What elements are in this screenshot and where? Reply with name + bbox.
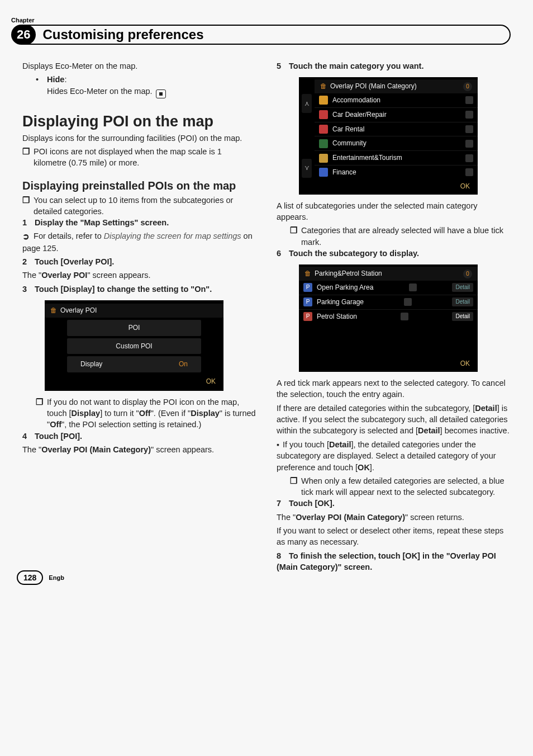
hide-desc: Hides Eco-Meter on the map. [47,87,153,96]
checkbox-icon[interactable] [409,284,417,291]
subcategory-label: Parking Garage [317,297,364,307]
note-icon: ❐ [290,225,301,248]
shot2-category-row[interactable]: Finance [315,166,478,179]
shot3-subcategory-row[interactable]: PParking GarageDetail [299,295,478,310]
shot2-count: 0 [463,82,472,91]
hide-bullet: • Hide: Hides Eco-Meter on the map. [36,74,256,98]
note-icon: ❐ [22,146,34,169]
category-icon [319,125,328,134]
shot3-ok-button[interactable]: OK [299,357,478,370]
detail-button[interactable]: Detail [452,312,473,321]
note-10-items: ❐ You can select up to 10 items from the… [22,195,256,218]
note-icon: ❐ [22,195,34,218]
category-label: Entertainment&Tourism [332,153,402,163]
section-preinstalled-poi: Displaying preinstalled POIs on the map [22,179,256,192]
hide-label: Hide [47,75,64,84]
shot1-title-bar: 🗑Overlay POI [45,304,223,318]
checkbox-icon[interactable] [465,96,473,104]
after-step5-text: A list of subcategories under the select… [277,200,511,223]
screenshot-overlay-poi: 🗑Overlay POI POI Custom POI Display On O… [45,300,223,391]
eco-meter-show-desc: Displays Eco-Meter on the map. [22,60,256,72]
category-icon [319,154,328,163]
step-4-body: The "Overlay POI (Main Category)" screen… [22,444,256,455]
step-7-body: The "Overlay POI (Main Category)" screen… [277,512,511,523]
shot3-subcategory-row[interactable]: PPetrol StationDetail [299,310,478,324]
step-5: 5Touch the main category you want. [277,60,511,72]
shot3-title-bar: 🗑Parking&Petrol Station 0 [299,267,478,281]
note-blue-tick-text: Categories that are already selected wil… [301,225,511,248]
shot1-ok-button[interactable]: OK [45,375,223,388]
shot1-display-value: On [179,360,188,369]
shot2-category-row[interactable]: Car Rental [315,122,478,137]
shot1-poi-button[interactable]: POI [67,320,201,336]
scroll-up-icon[interactable]: ⋏ [302,94,312,113]
category-label: Finance [332,168,356,177]
section-displaying-poi: Displaying POI on the map [22,113,256,130]
step-6: 6Touch the subcategory to display. [277,248,511,259]
shot2-category-row[interactable]: Accommodation [315,93,478,108]
checkbox-icon[interactable] [465,154,473,162]
end-section-icon [156,89,166,98]
checkbox-icon[interactable] [465,168,473,176]
category-label: Car Rental [332,125,364,134]
shot1-custom-poi-button[interactable]: Custom POI [67,338,201,355]
step-1: 1Display the "Map Settings" screen. [22,217,256,228]
shot2-title-bar: 🗑Overlay POI (Main Category) 0 [315,79,478,93]
note-few-detailed: ❐ When only a few detailed categories ar… [290,475,511,498]
note-poi-scale-text: POI icons are not displayed when the map… [34,146,256,169]
subcategory-icon: P [303,283,312,292]
note-display-off-text: If you do not want to display the POI ic… [47,396,256,431]
step-7-p2: If you want to select or deselect other … [277,525,511,548]
chapter-label: Chapter [11,17,511,23]
shot2-title: Overlay POI (Main Category) [330,82,417,90]
chapter-title: Customising preferences [25,25,511,45]
shot1-display-button[interactable]: Display On [67,356,201,372]
shot2-category-row[interactable]: Entertainment&Tourism [315,151,478,166]
category-icon [319,96,328,105]
page-number-badge: 128 [17,570,43,585]
subcategory-label: Open Parking Area [317,283,373,292]
bullet-icon: • [36,74,47,98]
screenshot-main-category: 🗑Overlay POI (Main Category) 0 ⋏ ⋎ Accom… [299,77,478,194]
category-icon [319,110,328,119]
shot2-ok-button[interactable]: OK [315,179,478,192]
checkbox-icon[interactable] [465,125,473,133]
step-1-sub-em: Displaying the screen for map settings [104,231,241,240]
trash-icon: 🗑 [320,82,327,90]
shot2-category-row[interactable]: Community [315,136,478,151]
bullet-detail: ▪If you touch [Detail], the detailed cat… [277,439,511,473]
note-icon: ❐ [290,475,301,498]
shot3-title: Parking&Petrol Station [315,270,382,277]
scroll-down-icon[interactable]: ⋎ [302,159,312,178]
note-10-items-text: You can select up to 10 items from the s… [34,195,256,218]
page-footer: 128 Engb [17,570,64,585]
category-icon [319,168,328,177]
note-icon: ❐ [36,396,47,431]
after-step6-p2: If there are detailed categories within … [277,403,511,437]
checkbox-icon[interactable] [465,140,473,148]
note-blue-tick: ❐ Categories that are already selected w… [290,225,511,248]
subcategory-label: Petrol Station [317,312,357,322]
shot2-category-row[interactable]: Car Dealer/Repair [315,108,478,122]
shot3-subcategory-row[interactable]: POpen Parking AreaDetail [299,281,478,295]
chapter-header: 26 Customising preferences [11,25,511,45]
checkbox-icon[interactable] [401,313,408,320]
checkbox-icon[interactable] [404,298,412,306]
reference-arrow-icon [22,231,31,242]
note-few-detailed-text: When only a few detailed categories are … [301,475,511,498]
step-4: 4Touch [POI]. [22,431,256,442]
detail-button[interactable]: Detail [452,283,473,292]
step-8: 8To finish the selection, touch [OK] in … [277,550,511,573]
shot3-count: 0 [463,270,472,278]
page-lang: Engb [49,574,64,581]
detail-button[interactable]: Detail [452,297,473,306]
screenshot-subcategory: 🗑Parking&Petrol Station 0 POpen Parking … [299,264,478,372]
shot1-display-label: Display [80,360,102,369]
note-display-off: ❐ If you do not want to display the POI … [36,396,256,431]
subcategory-icon: P [303,312,312,321]
step-2-body: The "Overlay POI" screen appears. [22,270,256,281]
checkbox-icon[interactable] [465,111,473,119]
step-1-sub: For details, refer to Displaying the scr… [22,230,256,254]
note-poi-scale: ❐ POI icons are not displayed when the m… [22,146,256,169]
right-column: 5Touch the main category you want. 🗑Over… [277,60,511,575]
